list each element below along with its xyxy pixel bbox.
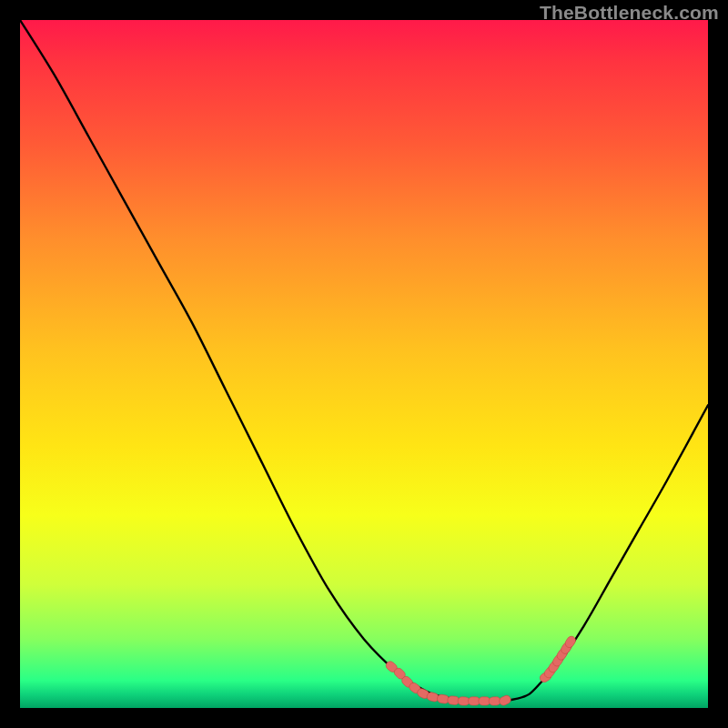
bottleneck-curve (20, 20, 708, 702)
curve-marker (489, 697, 500, 706)
chart-svg (20, 20, 708, 708)
curve-markers (384, 634, 577, 706)
watermark-text: TheBottleneck.com (540, 2, 719, 24)
curve-marker (498, 694, 512, 707)
